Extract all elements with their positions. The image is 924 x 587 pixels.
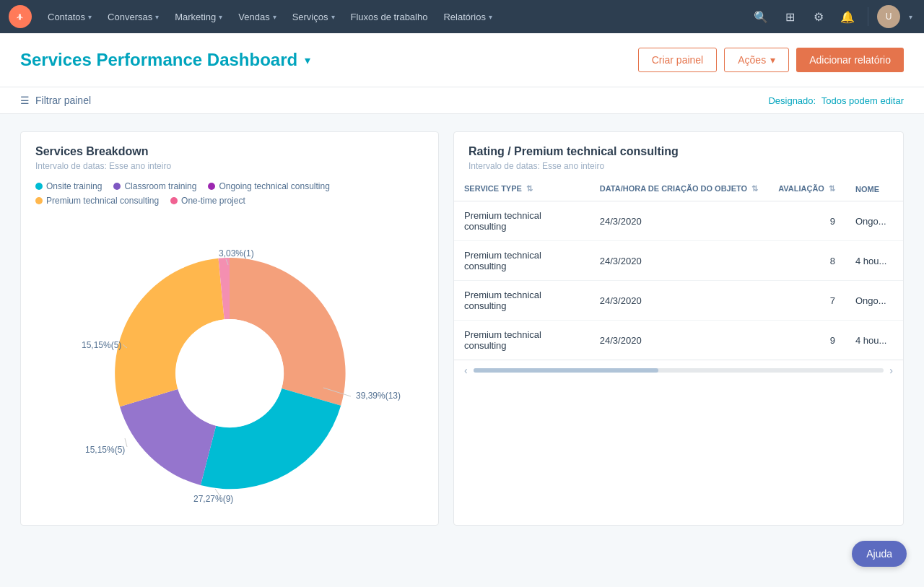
svg-point-1 — [175, 319, 284, 427]
legend-dot-onetime — [170, 197, 178, 204]
cell-date-3: 24/3/2020 — [590, 321, 768, 360]
cell-rating-3: 9 — [768, 321, 845, 360]
col-service-type[interactable]: SERVICE TYPE ⇅ — [454, 177, 590, 201]
page-title-wrap: Services Performance Dashboard ▾ — [20, 50, 310, 70]
legend-classroom: Classroom training — [113, 181, 196, 191]
nav-marketing-chevron: ▾ — [219, 13, 222, 21]
nav-conversas[interactable]: Conversas ▾ — [100, 7, 166, 27]
legend-onsite: Onsite training — [35, 181, 102, 191]
cell-rating-0: 9 — [768, 201, 845, 241]
nav-menu: Contatos ▾ Conversas ▾ Marketing ▾ Venda… — [40, 7, 749, 27]
filter-icon: ☰ — [20, 95, 30, 106]
table-title: Rating / Premium technical consulting — [468, 145, 889, 158]
cell-service-1: Premium technical consulting — [454, 241, 590, 281]
hubspot-logo[interactable] — [9, 5, 32, 28]
legend-dot-classroom — [113, 183, 121, 190]
designado-info: Designado: Todos podem editar — [768, 95, 904, 106]
scroll-track[interactable] — [474, 368, 884, 373]
cell-date-1: 24/3/2020 — [590, 241, 768, 281]
acoes-chevron-icon: ▾ — [770, 54, 775, 66]
cell-rating-1: 8 — [768, 241, 845, 281]
avatar[interactable]: U — [877, 5, 900, 28]
legend-label-classroom: Classroom training — [124, 181, 196, 191]
table-wrapper: SERVICE TYPE ⇅ DATA/HORA DE CRIAÇÃO DO O… — [454, 177, 903, 360]
designado-link[interactable]: Todos podem editar — [821, 95, 904, 106]
page-header: Services Performance Dashboard ▾ Criar p… — [0, 33, 924, 87]
nav-vendas[interactable]: Vendas ▾ — [231, 7, 283, 27]
dashboard-dropdown-icon[interactable]: ▾ — [305, 53, 310, 67]
scroll-thumb — [474, 368, 658, 373]
nav-contatos-chevron: ▾ — [88, 13, 92, 21]
donut-chart-area: 39,39%(13) 27,27%(9) 15,15%(5) 15,15%(5)… — [21, 214, 438, 525]
scroll-right-arrow[interactable]: › — [886, 365, 896, 376]
sort-icon-rating: ⇅ — [829, 184, 835, 193]
donut-chart-svg: 39,39%(13) 27,27%(9) 15,15%(5) 15,15%(5)… — [42, 222, 417, 510]
col-rating[interactable]: AVALIAÇÃO ⇅ — [768, 177, 845, 201]
marketplace-icon[interactable]: ⊞ — [778, 5, 801, 28]
table-card-header: Rating / Premium technical consulting In… — [454, 132, 903, 177]
ajuda-button[interactable]: Ajuda — [852, 541, 907, 543]
nav-marketing[interactable]: Marketing ▾ — [167, 7, 230, 27]
cell-date-0: 24/3/2020 — [590, 201, 768, 241]
nav-divider — [868, 7, 868, 26]
main-content: Services Breakdown Intervalo de datas: E… — [0, 114, 924, 543]
settings-icon[interactable]: ⚙ — [807, 5, 830, 28]
table-header-row: SERVICE TYPE ⇅ DATA/HORA DE CRIAÇÃO DO O… — [454, 177, 903, 201]
col-name: NOME — [845, 177, 903, 201]
chart-label-15a: 15,15%(5) — [85, 445, 125, 455]
nav-servicos-chevron: ▾ — [331, 13, 335, 21]
col-date[interactable]: DATA/HORA DE CRIAÇÃO DO OBJETO ⇅ — [590, 177, 768, 201]
nav-relatorios[interactable]: Relatórios ▾ — [436, 7, 500, 27]
cell-service-0: Premium technical consulting — [454, 201, 590, 241]
horizontal-scrollbar[interactable]: ‹ › — [454, 360, 903, 381]
scroll-left-arrow[interactable]: ‹ — [461, 365, 471, 376]
nav-contatos[interactable]: Contatos ▾ — [40, 7, 99, 27]
nav-servicos[interactable]: Serviços ▾ — [285, 7, 342, 27]
legend-label-premium: Premium technical consulting — [46, 196, 159, 206]
cell-date-2: 24/3/2020 — [590, 281, 768, 321]
legend-label-onsite: Onsite training — [46, 181, 102, 191]
table-row: Premium technical consulting 24/3/2020 7… — [454, 281, 903, 321]
cell-name-0: Ongo... — [845, 201, 903, 241]
notifications-icon[interactable]: 🔔 — [836, 5, 859, 28]
table-subtitle: Intervalo de datas: Esse ano inteiro — [468, 161, 889, 171]
top-navigation: Contatos ▾ Conversas ▾ Marketing ▾ Venda… — [0, 0, 924, 33]
cell-name-3: 4 hou... — [845, 321, 903, 360]
legend-label-ongoing: Ongoing technical consulting — [219, 181, 329, 191]
legend-premium: Premium technical consulting — [35, 196, 159, 206]
table-row: Premium technical consulting 24/3/2020 9… — [454, 321, 903, 360]
nav-right-icons: 🔍 ⊞ ⚙ 🔔 U ▾ — [749, 5, 915, 28]
chart-label-3: 3,03%(1) — [219, 248, 254, 258]
filter-bar: ☰ Filtrar painel Designado: Todos podem … — [0, 87, 924, 114]
chart-label-15b: 15,15%(5) — [82, 340, 121, 350]
nav-conversas-chevron: ▾ — [155, 13, 159, 21]
legend-dot-ongoing — [208, 183, 215, 190]
table-row: Premium technical consulting 24/3/2020 9… — [454, 201, 903, 241]
cell-name-1: 4 hou... — [845, 241, 903, 281]
criar-painel-button[interactable]: Criar painel — [638, 48, 718, 72]
nav-relatorios-chevron: ▾ — [489, 13, 492, 21]
sort-icon-service: ⇅ — [526, 184, 533, 193]
acoes-button[interactable]: Ações ▾ — [724, 48, 789, 72]
table-head: SERVICE TYPE ⇅ DATA/HORA DE CRIAÇÃO DO O… — [454, 177, 903, 201]
chart-legend: Onsite training Classroom training Ongoi… — [21, 177, 438, 214]
search-button[interactable]: 🔍 — [749, 5, 772, 28]
legend-dot-premium — [35, 197, 43, 204]
nav-account-chevron[interactable]: ▾ — [906, 13, 915, 21]
filtrar-painel-button[interactable]: ☰ Filtrar painel — [20, 95, 91, 106]
legend-onetime: One-time project — [170, 196, 245, 206]
header-actions: Criar painel Ações ▾ Adicionar relatório — [638, 48, 904, 72]
cell-rating-2: 7 — [768, 281, 845, 321]
table-body: Premium technical consulting 24/3/2020 9… — [454, 201, 903, 360]
adicionar-relatorio-button[interactable]: Adicionar relatório — [796, 48, 904, 72]
nav-fluxos[interactable]: Fluxos de trabalho — [344, 7, 435, 27]
rating-table-card: Rating / Premium technical consulting In… — [453, 131, 904, 526]
legend-dot-onsite — [35, 183, 43, 190]
chart-label-27: 27,27%(9) — [193, 494, 233, 504]
page-title: Services Performance Dashboard — [20, 50, 297, 70]
table-row: Premium technical consulting 24/3/2020 8… — [454, 241, 903, 281]
cell-name-2: Ongo... — [845, 281, 903, 321]
services-breakdown-card: Services Breakdown Intervalo de datas: E… — [20, 131, 439, 526]
chart-title: Services Breakdown — [35, 145, 424, 158]
cell-service-2: Premium technical consulting — [454, 281, 590, 321]
